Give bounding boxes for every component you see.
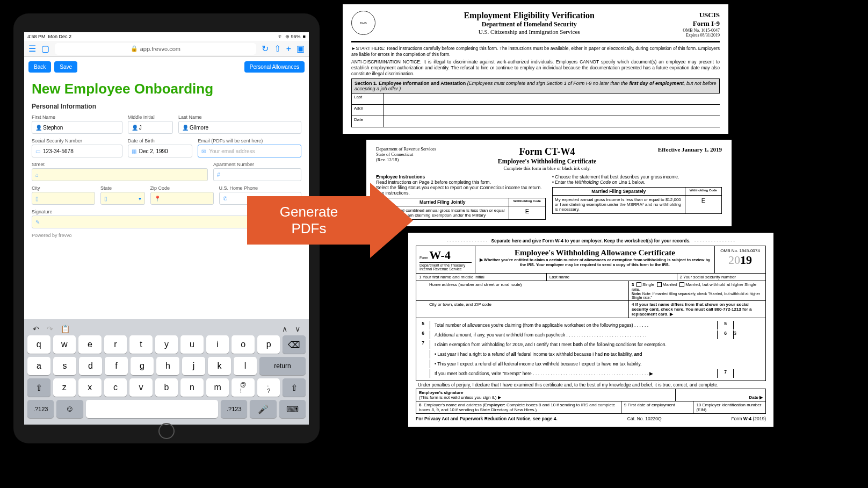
keyboard-row-2: asdfghjklreturn bbox=[27, 357, 306, 375]
key-v[interactable]: v bbox=[129, 378, 153, 397]
redo-icon[interactable]: ↷ bbox=[47, 325, 53, 333]
key-n[interactable]: n bbox=[180, 378, 204, 397]
keyboard-row-1: qwertyuiop⌫ bbox=[27, 335, 306, 354]
key-e[interactable]: e bbox=[78, 335, 102, 354]
onscreen-keyboard[interactable]: ↶ ↷ 📋 ∧ ∨ qwertyuiop⌫ asdfghjklreturn ⇧z… bbox=[24, 319, 309, 425]
key-shift-left[interactable]: ⇧ bbox=[27, 378, 50, 397]
w4-separate-line: - - - - - - - - - - - - - - - Separate h… bbox=[416, 238, 766, 243]
pencil-icon: ✎ bbox=[35, 219, 41, 225]
input-firstname[interactable]: 👤Stephon bbox=[32, 121, 122, 134]
input-state[interactable]: ▯▾ bbox=[100, 192, 145, 205]
key-dismiss[interactable]: ⌨ bbox=[279, 400, 306, 418]
ctw4-mfj-code: E bbox=[509, 206, 545, 219]
input-ssn[interactable]: ▭123-34-5678 bbox=[32, 145, 122, 157]
key-period[interactable]: .? bbox=[257, 378, 280, 397]
w4-box3: 3 Single Married Married, but withhold a… bbox=[629, 281, 765, 300]
key-s[interactable]: s bbox=[53, 357, 76, 375]
up-arrow-icon[interactable]: ∧ bbox=[282, 325, 287, 333]
input-mi[interactable]: 👤J bbox=[128, 121, 173, 134]
input-email[interactable]: ✉Your email address bbox=[198, 145, 301, 157]
key-excl[interactable]: @! bbox=[232, 378, 255, 397]
key-f[interactable]: f bbox=[105, 357, 128, 375]
battery-icon: ■ bbox=[303, 34, 306, 39]
status-bar: 4:58 PM Mon Dec 2 ᯤ ⊕ 96% ■ bbox=[24, 32, 309, 41]
key-y[interactable]: y bbox=[155, 335, 178, 354]
key-p[interactable]: p bbox=[257, 335, 280, 354]
key-123[interactable]: .?123 bbox=[27, 400, 54, 418]
input-apt[interactable]: # bbox=[213, 168, 301, 181]
label-lastname: Last Name bbox=[178, 114, 301, 120]
key-j[interactable]: j bbox=[182, 357, 205, 375]
keyboard-row-3: ⇧zxcvbnm@!.?⇧ bbox=[27, 378, 306, 397]
key-a[interactable]: a bbox=[27, 357, 50, 375]
ctw4-title: Form CT-W4 bbox=[498, 146, 597, 157]
key-g[interactable]: g bbox=[131, 357, 154, 375]
tabs-icon[interactable]: ▣ bbox=[296, 44, 305, 54]
input-city[interactable]: ▯ bbox=[32, 192, 95, 205]
phone-icon: ✆ bbox=[223, 196, 228, 202]
key-backspace[interactable]: ⌫ bbox=[283, 335, 306, 354]
down-arrow-icon[interactable]: ∨ bbox=[295, 325, 300, 333]
arrow-text-2: PDFs bbox=[292, 220, 327, 237]
input-zip[interactable]: 📍 bbox=[150, 192, 214, 205]
key-i[interactable]: i bbox=[206, 335, 229, 354]
personal-allowances-button[interactable]: Personal Allowances bbox=[244, 61, 305, 73]
form-w4-document: - - - - - - - - - - - - - - - Separate h… bbox=[408, 233, 773, 427]
key-u[interactable]: u bbox=[180, 335, 204, 354]
input-street[interactable]: ⌂ bbox=[32, 168, 208, 181]
label-street: Street bbox=[32, 162, 208, 167]
label-zip: Zip Code bbox=[150, 185, 214, 191]
person-icon: 👤 bbox=[182, 125, 187, 131]
key-l[interactable]: l bbox=[234, 357, 257, 375]
key-x[interactable]: x bbox=[78, 378, 102, 397]
card-icon: ▭ bbox=[35, 148, 41, 154]
flag-icon: ▯ bbox=[104, 196, 110, 202]
share-icon[interactable]: ⇧ bbox=[274, 44, 281, 54]
key-r[interactable]: r bbox=[104, 335, 127, 354]
home-icon: ⌂ bbox=[35, 172, 41, 178]
w4-city: City or town, state, and ZIP code bbox=[416, 301, 629, 318]
key-shift-right[interactable]: ⇧ bbox=[283, 378, 306, 397]
calendar-icon: ▦ bbox=[132, 148, 137, 154]
paste-icon[interactable]: 📋 bbox=[61, 325, 70, 333]
url-bar[interactable]: 🔒 app.frevvo.com bbox=[55, 43, 256, 55]
key-b[interactable]: b bbox=[155, 378, 178, 397]
key-mic[interactable]: 🎤 bbox=[250, 400, 276, 418]
section-title: Personal Information bbox=[32, 103, 301, 110]
key-c[interactable]: c bbox=[104, 378, 127, 397]
key-emoji[interactable]: ☺ bbox=[56, 400, 83, 418]
w4-line8: 8 Employer's name and address (Employer:… bbox=[416, 401, 621, 413]
save-button[interactable]: Save bbox=[54, 61, 77, 73]
home-button[interactable] bbox=[158, 423, 175, 439]
bookmarks-icon[interactable]: ▢ bbox=[41, 44, 49, 54]
key-return[interactable]: return bbox=[259, 357, 306, 375]
key-d[interactable]: d bbox=[79, 357, 102, 375]
sidebar-icon[interactable]: ☰ bbox=[28, 44, 36, 54]
input-dob[interactable]: ▦Dec 2, 1990 bbox=[128, 145, 193, 157]
status-time: 4:58 PM bbox=[27, 34, 46, 39]
key-space[interactable] bbox=[86, 400, 219, 418]
person-icon: 👤 bbox=[35, 125, 41, 131]
w4-box2: 2 Your social security number bbox=[677, 274, 766, 281]
key-o[interactable]: o bbox=[232, 335, 255, 354]
i9-start-here: ►START HERE: Read instructions carefully… bbox=[351, 46, 720, 57]
key-h[interactable]: h bbox=[156, 357, 179, 375]
key-t[interactable]: t bbox=[129, 335, 153, 354]
new-tab-icon[interactable]: + bbox=[286, 44, 291, 54]
page-title: New Employee Onboarding bbox=[32, 81, 301, 97]
key-k[interactable]: k bbox=[208, 357, 231, 375]
label-dob: Date of Birth bbox=[128, 138, 193, 143]
key-m[interactable]: m bbox=[206, 378, 229, 397]
label-email: Email (PDFs will be sent here) bbox=[198, 138, 301, 143]
person-icon: 👤 bbox=[132, 125, 137, 131]
key-z[interactable]: z bbox=[53, 378, 76, 397]
refresh-icon[interactable]: ↻ bbox=[262, 44, 269, 54]
undo-icon[interactable]: ↶ bbox=[33, 325, 39, 333]
key-w[interactable]: w bbox=[53, 335, 76, 354]
back-button[interactable]: Back bbox=[28, 61, 51, 73]
key-123-right[interactable]: .?123 bbox=[221, 400, 247, 418]
mail-icon: ✉ bbox=[201, 148, 207, 154]
generate-pdfs-arrow: Generate PDFs bbox=[247, 183, 435, 258]
input-lastname[interactable]: 👤Gilmore bbox=[178, 121, 301, 134]
key-q[interactable]: q bbox=[27, 335, 50, 354]
